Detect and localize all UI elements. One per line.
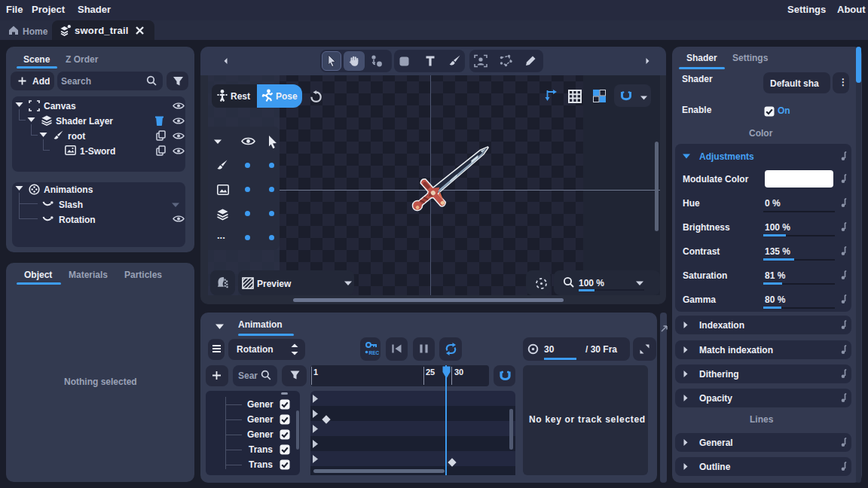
svg-text:REC: REC [369, 350, 380, 355]
